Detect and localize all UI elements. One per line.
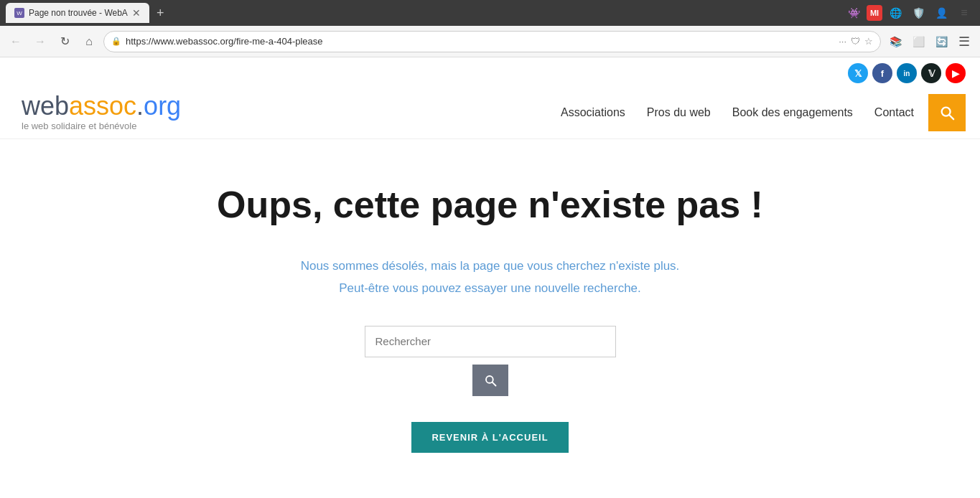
facebook-link[interactable]: f: [872, 63, 892, 83]
nav-contact[interactable]: Contact: [874, 106, 914, 119]
search-submit-button[interactable]: [472, 365, 508, 396]
error-sub-line1: Nous sommes désolés, mais la page que vo…: [301, 259, 680, 273]
logo-tagline: le web solidaire et bénévole: [22, 121, 181, 131]
extension-icon-person[interactable]: 👤: [931, 3, 951, 23]
sync-icon[interactable]: 🔄: [931, 32, 951, 52]
browser-chrome: W Page non trouvée - WebA ✕ + 👾 MI 🌐 🛡️ …: [0, 0, 980, 26]
site-header: webassoc.org le web solidaire et bénévol…: [0, 86, 980, 139]
nav-book-engagements[interactable]: Book des engagements: [732, 106, 853, 119]
url-text: https://www.webassoc.org/fire-me-a-404-p…: [126, 36, 834, 47]
extension-icon-globe[interactable]: 🌐: [885, 3, 905, 23]
logo-dot: .: [136, 91, 144, 121]
twitter-link[interactable]: 𝕏: [848, 63, 868, 83]
back-button[interactable]: ←: [6, 32, 26, 52]
svg-line-3: [492, 382, 495, 385]
vimeo-link[interactable]: 𝕍: [921, 63, 941, 83]
linkedin-icon: in: [904, 70, 910, 77]
nav-bar: ← → ↻ ⌂ 🔒 https://www.webassoc.org/fire-…: [0, 26, 980, 57]
tab-favicon: W: [14, 8, 24, 18]
address-bar[interactable]: 🔒 https://www.webassoc.org/fire-me-a-404…: [103, 31, 881, 52]
home-browser-button[interactable]: ⌂: [79, 32, 99, 52]
search-form: [14, 326, 966, 396]
logo-org: org: [144, 91, 181, 121]
youtube-link[interactable]: ▶: [946, 63, 966, 83]
twitter-icon: 𝕏: [854, 68, 862, 79]
header-search-button[interactable]: [928, 94, 966, 131]
search-input[interactable]: [365, 326, 616, 357]
bookmark-addr-icon[interactable]: ☆: [864, 36, 873, 47]
youtube-icon: ▶: [952, 68, 959, 79]
bookmarks-icon[interactable]: 📚: [885, 32, 905, 52]
logo-area[interactable]: webassoc.org le web solidaire et bénévol…: [22, 93, 181, 131]
close-tab-button[interactable]: ✕: [132, 7, 141, 19]
error-content: Oups, cette page n'existe pas ! Nous som…: [0, 139, 980, 481]
logo-assoc: assoc: [69, 91, 136, 121]
forward-button[interactable]: →: [30, 32, 50, 52]
browser-menu-button[interactable]: ≡: [954, 3, 974, 23]
extension-icon-mi[interactable]: MI: [867, 5, 882, 21]
social-bar: 𝕏 f in 𝕍 ▶: [0, 57, 980, 86]
main-nav: Associations Pros du web Book des engage…: [561, 106, 914, 119]
home-button[interactable]: REVENIR À L'ACCUEIL: [411, 422, 568, 453]
extension-icon-shield[interactable]: 🛡️: [908, 3, 928, 23]
website-content: 𝕏 f in 𝕍 ▶ webassoc.org le web solidaire…: [0, 57, 980, 481]
more-addr-icon: ···: [839, 36, 846, 47]
nav-pros-du-web[interactable]: Pros du web: [647, 106, 711, 119]
search-icon: [939, 105, 955, 121]
logo-web: web: [22, 91, 69, 121]
lock-icon: 🔒: [111, 37, 121, 46]
active-tab[interactable]: W Page non trouvée - WebA ✕: [6, 3, 149, 23]
tab-bar: W Page non trouvée - WebA ✕ +: [6, 3, 841, 23]
linkedin-link[interactable]: in: [897, 63, 917, 83]
new-tab-button[interactable]: +: [152, 6, 169, 21]
search-submit-icon: [484, 374, 497, 387]
vimeo-icon: 𝕍: [928, 68, 935, 79]
error-sub-line2: Peut-être vous pouvez essayer une nouvel…: [339, 281, 641, 295]
menu-hamburger-icon[interactable]: ☰: [954, 32, 974, 52]
logo: webassoc.org: [22, 93, 181, 119]
svg-line-1: [949, 115, 953, 119]
tab-title: Page non trouvée - WebA: [29, 8, 128, 18]
error-subtitle: Nous sommes désolés, mais la page que vo…: [14, 255, 966, 299]
sidebar-icon[interactable]: ⬜: [908, 32, 928, 52]
browser-toolbar-right: 👾 MI 🌐 🛡️ 👤 ≡: [844, 3, 974, 23]
shield-addr-icon: 🛡: [851, 36, 860, 47]
refresh-button[interactable]: ↻: [55, 32, 75, 52]
nav-associations[interactable]: Associations: [561, 106, 625, 119]
address-bar-icons: ··· 🛡 ☆: [839, 36, 873, 47]
nav-toolbar-right: 📚 ⬜ 🔄 ☰: [885, 32, 974, 52]
facebook-icon: f: [881, 68, 884, 79]
extension-icon-1[interactable]: 👾: [844, 3, 864, 23]
error-title: Oups, cette page n'existe pas !: [14, 182, 966, 227]
